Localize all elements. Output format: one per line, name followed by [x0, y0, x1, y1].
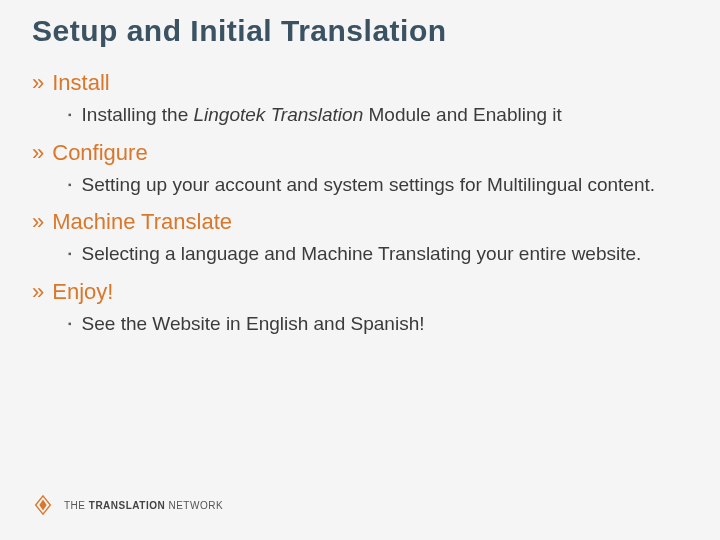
logo-icon — [32, 494, 54, 516]
footer: THE TRANSLATION NETWORK — [32, 494, 223, 516]
section-head: » Configure — [32, 140, 688, 166]
chevron-icon: » — [32, 70, 44, 96]
bullet-text: Installing the Lingotek Translation Modu… — [82, 102, 562, 128]
section-title: Enjoy! — [52, 279, 113, 305]
section-install: » Install ▪ Installing the Lingotek Tran… — [32, 70, 688, 128]
section-head: » Install — [32, 70, 688, 96]
section-title: Machine Translate — [52, 209, 232, 235]
bullet-pre: Installing the — [82, 104, 194, 125]
chevron-icon: » — [32, 279, 44, 305]
section-machine-translate: » Machine Translate ▪ Selecting a langua… — [32, 209, 688, 267]
footer-text: THE TRANSLATION NETWORK — [64, 500, 223, 511]
chevron-icon: » — [32, 140, 44, 166]
section-enjoy: » Enjoy! ▪ See the Website in English an… — [32, 279, 688, 337]
bullet-row: ▪ Selecting a language and Machine Trans… — [32, 241, 688, 267]
page-title: Setup and Initial Translation — [32, 14, 688, 48]
section-head: » Machine Translate — [32, 209, 688, 235]
square-bullet-icon: ▪ — [68, 248, 72, 259]
square-bullet-icon: ▪ — [68, 109, 72, 120]
bullet-row: ▪ Setting up your account and system set… — [32, 172, 688, 198]
footer-pre: THE — [64, 500, 89, 511]
bullet-row: ▪ Installing the Lingotek Translation Mo… — [32, 102, 688, 128]
section-head: » Enjoy! — [32, 279, 688, 305]
section-title: Configure — [52, 140, 147, 166]
bullet-text: See the Website in English and Spanish! — [82, 311, 425, 337]
bullet-row: ▪ See the Website in English and Spanish… — [32, 311, 688, 337]
bullet-text: Selecting a language and Machine Transla… — [82, 241, 642, 267]
bullet-italic: Lingotek Translation — [194, 104, 364, 125]
section-title: Install — [52, 70, 109, 96]
footer-post: NETWORK — [165, 500, 223, 511]
bullet-text: Setting up your account and system setti… — [82, 172, 655, 198]
section-configure: » Configure ▪ Setting up your account an… — [32, 140, 688, 198]
square-bullet-icon: ▪ — [68, 179, 72, 190]
chevron-icon: » — [32, 209, 44, 235]
bullet-post: Module and Enabling it — [363, 104, 562, 125]
square-bullet-icon: ▪ — [68, 318, 72, 329]
footer-bold: TRANSLATION — [89, 500, 165, 511]
slide: Setup and Initial Translation » Install … — [0, 0, 720, 540]
